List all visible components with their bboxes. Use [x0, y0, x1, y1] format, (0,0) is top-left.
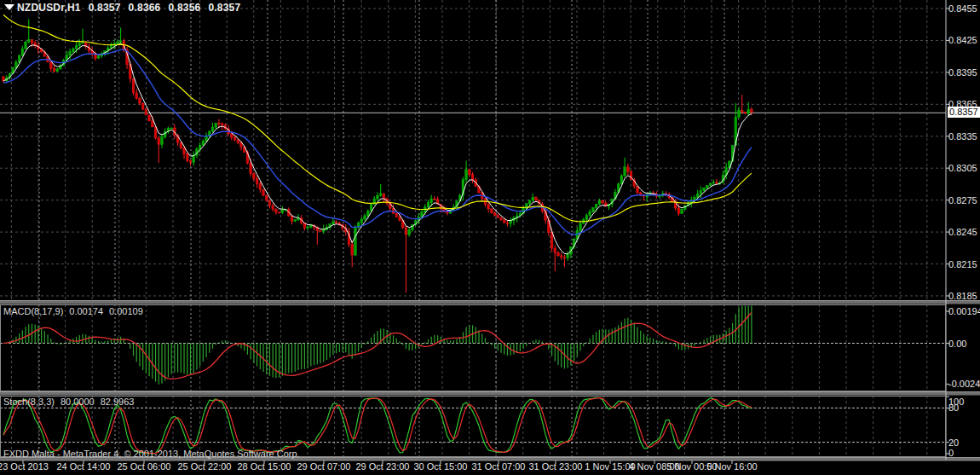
price-axis-label: 0.8245 [948, 227, 977, 237]
symbol-menu-icon[interactable] [4, 4, 14, 10]
macd-axis-label: 0.00194 [948, 306, 980, 316]
stoch-signal-value: 82.9963 [101, 397, 135, 407]
macd-label: MACD(8,17,9) [3, 306, 63, 316]
stoch-label: Stoch(8,3,3) [3, 397, 55, 407]
stoch-value: 80.0000 [61, 397, 95, 407]
time-axis-label: 5 Nov 16:00 [694, 461, 770, 472]
chart-canvas[interactable] [0, 0, 980, 475]
price-axis-label: 0.8275 [948, 195, 977, 206]
platform-copyright: FXDD Malta - MetaTrader 4, © 2001-2013, … [3, 449, 300, 459]
current-price-tag: 0.8357 [948, 107, 980, 118]
stoch-axis-label: 20 [948, 437, 959, 448]
macd-value: 0.00174 [69, 306, 103, 316]
bar-high-value: 0.8366 [129, 2, 161, 14]
price-axis-label: 0.8425 [948, 35, 977, 45]
symbol-period-label: NZDUSDr,H1 [17, 2, 81, 14]
mt4-chart-window: NZDUSDr,H10.83570.83660.83560.8357 MACD(… [0, 0, 980, 475]
bar-close-value: 0.8357 [208, 2, 240, 14]
stoch-axis-label: 0 [948, 448, 954, 458]
bar-open-value: 0.8357 [89, 2, 121, 14]
macd-axis-label: -0.00248 [948, 379, 980, 389]
time-axis[interactable]: 23 Oct 201324 Oct 14:0025 Oct 06:0025 Oc… [0, 461, 980, 475]
price-axis-label: 0.8335 [948, 131, 977, 142]
macd-indicator-title: MACD(8,17,9)0.001740.00109 [3, 306, 143, 316]
price-axis-label: 0.8395 [948, 67, 977, 78]
price-axis-label: 0.8305 [948, 163, 977, 173]
price-axis-label: 0.8455 [948, 3, 977, 14]
bar-low-value: 0.8356 [169, 2, 201, 14]
price-axis-label: 0.8215 [948, 259, 977, 269]
stoch-axis-label: 80 [948, 403, 959, 413]
stoch-indicator-title: Stoch(8,3,3)80.000082.9963 [3, 397, 134, 407]
macd-axis-label: 0.00 [948, 339, 966, 349]
macd-signal-value: 0.00109 [109, 306, 143, 316]
chart-title: NZDUSDr,H10.83570.83660.83560.8357 [17, 2, 240, 14]
price-axis-label: 0.8185 [948, 291, 977, 301]
price-axis[interactable]: 0.84550.84250.83950.83650.83350.83050.82… [948, 0, 980, 457]
